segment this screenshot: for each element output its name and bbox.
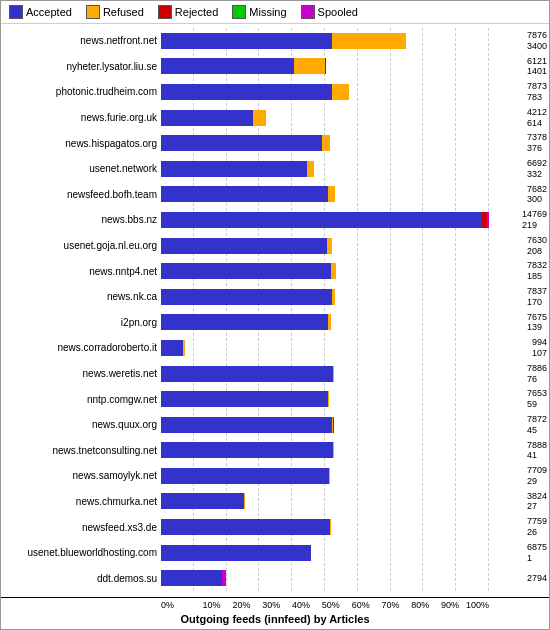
bar-row-5: usenet.network6692332 (161, 156, 489, 182)
bar-segment-refused-16 (333, 442, 334, 458)
bar-segment-accepted-19 (161, 519, 330, 535)
bar-label-8: usenet.goja.nl.eu.org (0, 240, 157, 251)
bar-label-5: usenet.network (0, 163, 157, 174)
legend-item-accepted: Accepted (9, 5, 72, 19)
bar-track-11: 7675139 (161, 314, 489, 330)
bar-value-11: 7675139 (527, 312, 547, 334)
bar-row-12: news.corradoroberto.it994107 (161, 335, 489, 361)
bar-segment-accepted-20 (161, 545, 311, 561)
bar-track-6: 7682300 (161, 186, 489, 202)
bar-segment-accepted-3 (161, 110, 253, 126)
bar-row-9: news.nntp4.net7832185 (161, 258, 489, 284)
bar-track-3: 4212614 (161, 110, 489, 126)
bar-row-13: news.weretis.net788676 (161, 361, 489, 387)
bar-row-8: usenet.goja.nl.eu.org7630208 (161, 233, 489, 259)
bar-track-1: 61211401 (161, 58, 489, 74)
bar-track-21: 2794 (161, 570, 489, 586)
legend: AcceptedRefusedRejectedMissingSpooled (1, 1, 549, 24)
legend-color-refused (86, 5, 100, 19)
bar-value-16: 788841 (527, 440, 547, 462)
bar-value-4: 7378376 (527, 132, 547, 154)
bars-wrapper: news.netfront.net78763400nyheter.lysator… (1, 28, 549, 591)
bar-segment-refused-18 (244, 493, 245, 509)
bar-track-0: 78763400 (161, 33, 489, 49)
bar-track-14: 765359 (161, 391, 489, 407)
bar-segment-refused-8 (327, 238, 332, 254)
x-tick-4: 40% (280, 598, 310, 610)
bar-value-20: 68751 (527, 542, 547, 564)
bar-label-10: news.nk.ca (0, 291, 157, 302)
bar-track-7: 14769219 (161, 212, 489, 228)
bar-value-0: 78763400 (527, 30, 547, 52)
bar-label-14: nntp.comgw.net (0, 394, 157, 405)
bar-track-2: 7873783 (161, 84, 489, 100)
bar-segment-rejected-1 (325, 58, 326, 74)
bar-row-2: photonic.trudheim.com7873783 (161, 79, 489, 105)
bar-track-16: 788841 (161, 442, 489, 458)
legend-color-missing (232, 5, 246, 19)
bar-label-18: news.chmurka.net (0, 496, 157, 507)
bar-value-13: 788676 (527, 363, 547, 385)
bar-row-6: newsfeed.bofh.team7682300 (161, 182, 489, 208)
bar-label-6: newsfeed.bofh.team (0, 189, 157, 200)
bar-label-7: news.bbs.nz (0, 214, 157, 225)
x-tick-10: 100% (459, 598, 489, 610)
bar-value-6: 7682300 (527, 184, 547, 206)
bar-value-5: 6692332 (527, 158, 547, 180)
legend-label-accepted: Accepted (26, 6, 72, 18)
chart-area: news.netfront.net78763400nyheter.lysator… (1, 24, 549, 595)
bar-segment-refused-12 (183, 340, 185, 356)
bar-value-10: 7837170 (527, 286, 547, 308)
x-tick-1: 10% (191, 598, 221, 610)
bar-segment-accepted-0 (161, 33, 332, 49)
bar-segment-refused-19 (330, 519, 331, 535)
legend-color-spooled (301, 5, 315, 19)
bar-label-17: news.samoylyk.net (0, 470, 157, 481)
bar-segment-accepted-12 (161, 340, 183, 356)
x-tick-7: 70% (370, 598, 400, 610)
bar-segment-refused-3 (253, 110, 266, 126)
bar-row-20: usenet.blueworldhosting.com68751 (161, 540, 489, 566)
legend-label-spooled: Spooled (318, 6, 358, 18)
bar-label-1: nyheter.lysator.liu.se (0, 61, 157, 72)
bar-value-8: 7630208 (527, 235, 547, 257)
bar-segment-refused-11 (328, 314, 331, 330)
bar-segment-spooled-7 (487, 212, 489, 228)
bar-segment-accepted-2 (161, 84, 332, 100)
legend-item-rejected: Rejected (158, 5, 218, 19)
bar-track-4: 7378376 (161, 135, 489, 151)
bar-value-7: 14769219 (522, 209, 547, 231)
bar-value-3: 4212614 (527, 107, 547, 129)
bar-value-12: 994107 (532, 337, 547, 359)
bar-segment-accepted-5 (161, 161, 307, 177)
bar-row-7: news.bbs.nz14769219 (161, 207, 489, 233)
bar-label-0: news.netfront.net (0, 35, 157, 46)
x-tick-0: 0% (161, 598, 191, 610)
x-tick-2: 20% (221, 598, 251, 610)
bar-track-9: 7832185 (161, 263, 489, 279)
bar-value-2: 7873783 (527, 81, 547, 103)
chart-container: AcceptedRefusedRejectedMissingSpooled ne… (0, 0, 550, 630)
x-tick-8: 80% (400, 598, 430, 610)
bar-value-17: 770929 (527, 465, 547, 487)
bar-segment-accepted-11 (161, 314, 328, 330)
legend-item-refused: Refused (86, 5, 144, 19)
bar-segment-refused-13 (333, 366, 335, 382)
bar-segment-refused-14 (328, 391, 329, 407)
bar-value-9: 7832185 (527, 260, 547, 282)
bar-segment-refused-6 (328, 186, 335, 202)
bar-segment-accepted-15 (161, 417, 332, 433)
bar-value-15: 787245 (527, 414, 547, 436)
bar-segment-accepted-9 (161, 263, 331, 279)
bar-track-19: 775926 (161, 519, 489, 535)
bar-label-2: photonic.trudheim.com (0, 86, 157, 97)
chart-title: Outgoing feeds (innfeed) by Articles (1, 610, 549, 629)
legend-label-refused: Refused (103, 6, 144, 18)
bar-row-14: nntp.comgw.net765359 (161, 386, 489, 412)
bar-row-11: i2pn.org7675139 (161, 310, 489, 336)
bar-segment-accepted-6 (161, 186, 328, 202)
bar-segment-accepted-8 (161, 238, 327, 254)
bar-row-1: nyheter.lysator.liu.se61211401 (161, 54, 489, 80)
x-tick-9: 90% (429, 598, 459, 610)
bar-label-9: news.nntp4.net (0, 266, 157, 277)
